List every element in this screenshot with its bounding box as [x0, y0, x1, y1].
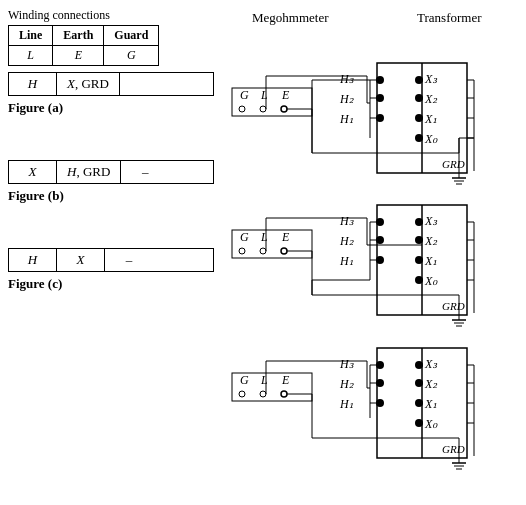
- svg-text:X₂: X₂: [424, 377, 438, 391]
- svg-text:L: L: [260, 88, 268, 102]
- svg-text:X₀: X₀: [424, 132, 438, 146]
- svg-text:GRD: GRD: [442, 158, 465, 170]
- svg-text:H₁: H₁: [339, 112, 354, 126]
- fig-b-line: X: [9, 161, 57, 183]
- svg-point-118: [415, 379, 423, 387]
- winding-title: Winding connections: [8, 8, 159, 25]
- page: Winding connections Line Earth Guard L E…: [0, 0, 526, 505]
- svg-point-103: [281, 391, 287, 397]
- fig-c-guard: –: [105, 249, 153, 271]
- svg-point-54: [239, 248, 245, 254]
- svg-point-21: [376, 114, 384, 122]
- svg-text:X₀: X₀: [424, 417, 438, 431]
- svg-text:X₀: X₀: [424, 274, 438, 288]
- svg-text:E: E: [281, 373, 290, 387]
- fig-a-earth: X, GRD: [57, 73, 120, 95]
- svg-point-6: [239, 106, 245, 112]
- svg-point-22: [415, 76, 423, 84]
- svg-text:X₂: X₂: [424, 92, 438, 106]
- svg-point-73: [415, 276, 423, 284]
- svg-text:H₂: H₂: [339, 92, 355, 106]
- svg-text:H₁: H₁: [339, 254, 354, 268]
- svg-point-117: [415, 361, 423, 369]
- fig-b-conn-box: X H, GRD –: [8, 160, 214, 184]
- svg-text:X₁: X₁: [424, 112, 437, 126]
- col-line: Line: [9, 26, 53, 46]
- svg-text:H₃: H₃: [339, 72, 355, 86]
- right-panel: Megohmmeter Transformer G L E: [214, 8, 522, 498]
- svg-text:L: L: [260, 230, 268, 244]
- svg-point-71: [415, 236, 423, 244]
- svg-text:H₃: H₃: [339, 357, 355, 371]
- fig-a-line: H: [9, 73, 57, 95]
- svg-text:G: G: [240, 373, 249, 387]
- svg-point-7: [260, 106, 266, 112]
- svg-point-115: [376, 379, 384, 387]
- svg-point-8: [281, 106, 287, 112]
- col-earth: Earth: [53, 26, 104, 46]
- svg-point-70: [415, 218, 423, 226]
- svg-point-25: [415, 134, 423, 142]
- svg-point-55: [260, 248, 266, 254]
- svg-text:H₂: H₂: [339, 377, 355, 391]
- svg-point-102: [260, 391, 266, 397]
- svg-point-20: [376, 94, 384, 102]
- fig-c-line: H: [9, 249, 57, 271]
- svg-text:E: E: [281, 88, 290, 102]
- svg-text:G: G: [240, 88, 249, 102]
- svg-text:H₂: H₂: [339, 234, 355, 248]
- svg-text:H₁: H₁: [339, 397, 354, 411]
- fig-a-label: Figure (a): [8, 100, 214, 116]
- svg-text:X₃: X₃: [424, 357, 438, 371]
- svg-text:X₃: X₃: [424, 214, 438, 228]
- winding-table: Winding connections Line Earth Guard L E…: [8, 8, 159, 66]
- svg-point-119: [415, 399, 423, 407]
- svg-point-72: [415, 256, 423, 264]
- fig-a-guard: [120, 73, 168, 95]
- svg-text:H₃: H₃: [339, 214, 355, 228]
- svg-point-68: [376, 236, 384, 244]
- fig-c-conn-box: H X –: [8, 248, 214, 272]
- svg-text:Transformer: Transformer: [417, 10, 482, 25]
- svg-point-24: [415, 114, 423, 122]
- fig-a-conn-box: H X, GRD: [8, 72, 214, 96]
- col-guard: Guard: [104, 26, 159, 46]
- val-earth: E: [53, 46, 104, 66]
- fig-c-earth: X: [57, 249, 105, 271]
- left-panel: Winding connections Line Earth Guard L E…: [4, 8, 214, 498]
- val-guard: G: [104, 46, 159, 66]
- svg-text:X₁: X₁: [424, 254, 437, 268]
- svg-point-67: [376, 218, 384, 226]
- svg-text:X₂: X₂: [424, 234, 438, 248]
- fig-c-label: Figure (c): [8, 276, 214, 292]
- svg-text:Megohmmeter: Megohmmeter: [252, 10, 329, 25]
- svg-text:G: G: [240, 230, 249, 244]
- svg-point-101: [239, 391, 245, 397]
- svg-text:E: E: [281, 230, 290, 244]
- val-line: L: [9, 46, 53, 66]
- svg-point-19: [376, 76, 384, 84]
- svg-point-114: [376, 361, 384, 369]
- svg-point-120: [415, 419, 423, 427]
- fig-b-guard: –: [121, 161, 169, 183]
- svg-text:X₁: X₁: [424, 397, 437, 411]
- fig-b-label: Figure (b): [8, 188, 214, 204]
- svg-text:GRD: GRD: [442, 300, 465, 312]
- svg-text:L: L: [260, 373, 268, 387]
- svg-point-116: [376, 399, 384, 407]
- fig-b-earth: H, GRD: [57, 161, 121, 183]
- svg-point-69: [376, 256, 384, 264]
- svg-text:GRD: GRD: [442, 443, 465, 455]
- svg-text:X₃: X₃: [424, 72, 438, 86]
- diagrams-svg: Megohmmeter Transformer G L E: [222, 8, 522, 498]
- svg-point-23: [415, 94, 423, 102]
- svg-point-56: [281, 248, 287, 254]
